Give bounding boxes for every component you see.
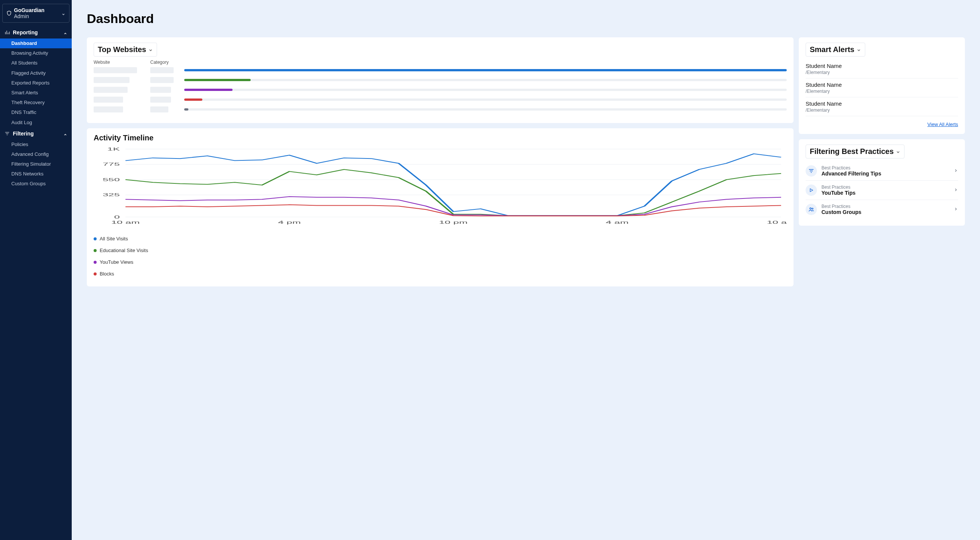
top-websites-dropdown[interactable]: Top Websites [94, 43, 157, 57]
svg-point-15 [810, 208, 811, 209]
best-practice-row[interactable]: Best PracticesYouTube Tips [806, 181, 958, 200]
best-practice-row[interactable]: Best PracticesCustom Groups [806, 200, 958, 219]
nav-section-reporting[interactable]: Reporting [0, 26, 72, 38]
sidebar: GoGuardian Admin Reporting Dashboard Bro… [0, 0, 72, 540]
nav-item-dns-networks[interactable]: DNS Networks [0, 169, 72, 179]
chevron-down-icon [896, 149, 900, 154]
website-skeleton [94, 77, 129, 83]
alert-student-name: Student Name [806, 81, 958, 88]
legend-label: Blocks [100, 271, 114, 276]
legend-item: Blocks [94, 268, 787, 280]
bar-fill [184, 79, 251, 81]
svg-text:10 am: 10 am [767, 220, 787, 224]
bp-eyebrow: Best Practices [821, 184, 856, 190]
bp-eyebrow: Best Practices [821, 204, 861, 209]
nav-items-reporting: Dashboard Browsing Activity All Students… [0, 38, 72, 127]
legend-item: All Site Visits [94, 233, 787, 245]
chevron-down-icon [62, 11, 65, 15]
bar-track [184, 79, 787, 81]
best-practice-row[interactable]: Best PracticesAdvanced Filtering Tips [806, 162, 958, 181]
legend-label: Educational Site Visits [100, 248, 148, 253]
card-title: Activity Timeline [94, 133, 787, 142]
filter-icon [5, 131, 10, 136]
nav-item-flagged-activity[interactable]: Flagged Activity [0, 68, 72, 78]
top-websites-rows [94, 67, 787, 113]
card-title: Filtering Best Practices [810, 147, 894, 156]
nav-item-dns-traffic[interactable]: DNS Traffic [0, 108, 72, 118]
svg-text:4 am: 4 am [606, 220, 629, 224]
nav-item-audit-log[interactable]: Audit Log [0, 118, 72, 127]
card-activity-timeline: Activity Timeline 03255507751K10 am4 pm1… [87, 128, 794, 286]
nav-item-policies[interactable]: Policies [0, 140, 72, 149]
shield-icon [6, 11, 12, 16]
card-best-practices: Filtering Best Practices Best PracticesA… [799, 139, 965, 226]
top-websites-headers: Website Category [94, 60, 787, 65]
smart-alert-row[interactable]: Student Name/Elementary [806, 97, 958, 116]
website-skeleton [94, 97, 123, 103]
website-skeleton [94, 106, 123, 113]
page-title: Dashboard [87, 11, 965, 26]
card-top-websites: Top Websites Website Category [87, 37, 794, 123]
col-header-category: Category [150, 60, 184, 65]
legend-dot-icon [94, 237, 97, 240]
play-icon [806, 184, 817, 196]
svg-text:775: 775 [103, 162, 120, 167]
nav-item-filtering-simulator[interactable]: Filtering Simulator [0, 159, 72, 169]
alert-student-path: /Elementary [806, 108, 958, 113]
nav-item-advanced-config[interactable]: Advanced Config [0, 149, 72, 159]
svg-text:4 pm: 4 pm [278, 220, 301, 224]
legend-label: All Site Visits [100, 236, 128, 241]
nav-item-exported-reports[interactable]: Exported Reports [0, 78, 72, 88]
nav-item-smart-alerts[interactable]: Smart Alerts [0, 88, 72, 98]
top-websites-row [94, 67, 787, 73]
chevron-right-icon [954, 187, 958, 193]
top-websites-row [94, 77, 787, 83]
nav-item-browsing-activity[interactable]: Browsing Activity [0, 48, 72, 58]
bar-track [184, 98, 787, 101]
people-icon [806, 204, 817, 215]
chevron-right-icon [954, 168, 958, 174]
chevron-right-icon [954, 206, 958, 213]
smart-alert-row[interactable]: Student Name/Elementary [806, 60, 958, 78]
filter-icon [806, 165, 817, 176]
alert-student-name: Student Name [806, 100, 958, 107]
bar-fill [184, 98, 202, 101]
best-practices-dropdown[interactable]: Filtering Best Practices [806, 145, 905, 159]
nav-item-custom-groups[interactable]: Custom Groups [0, 179, 72, 189]
svg-point-16 [812, 208, 813, 209]
chevron-up-icon [64, 30, 67, 34]
bar-chart-icon [5, 30, 10, 35]
alert-student-name: Student Name [806, 63, 958, 69]
svg-text:325: 325 [103, 192, 120, 197]
org-switcher[interactable]: GoGuardian Admin [2, 4, 70, 23]
top-websites-row [94, 87, 787, 93]
svg-text:10 am: 10 am [111, 220, 140, 224]
bar-track [184, 69, 787, 71]
smart-alerts-rows: Student Name/ElementaryStudent Name/Elem… [806, 60, 958, 116]
chevron-down-icon [148, 48, 153, 52]
alert-student-path: /Elementary [806, 70, 958, 75]
legend-dot-icon [94, 249, 97, 252]
nav-item-dashboard[interactable]: Dashboard [0, 38, 72, 48]
legend-item: YouTube Views [94, 256, 787, 268]
main-content: Dashboard Top Websites Website Category [72, 0, 980, 540]
chevron-down-icon [857, 48, 861, 52]
top-websites-row [94, 106, 787, 113]
legend-dot-icon [94, 272, 97, 275]
legend-label: YouTube Views [100, 259, 133, 265]
category-skeleton [150, 77, 173, 83]
nav-section-filtering[interactable]: Filtering [0, 127, 72, 140]
bp-title: YouTube Tips [821, 190, 856, 196]
bar-fill [184, 89, 232, 91]
nav-section-label: Filtering [13, 130, 33, 137]
svg-text:0: 0 [114, 215, 120, 219]
col-header-website: Website [94, 60, 150, 65]
smart-alert-row[interactable]: Student Name/Elementary [806, 78, 958, 97]
nav-item-theft-recovery[interactable]: Theft Recovery [0, 98, 72, 108]
bar-track [184, 108, 787, 111]
nav-section-label: Reporting [13, 29, 38, 35]
view-all-alerts-link[interactable]: View All Alerts [806, 122, 958, 127]
smart-alerts-dropdown[interactable]: Smart Alerts [806, 43, 865, 57]
nav-item-all-students[interactable]: All Students [0, 58, 72, 68]
bp-eyebrow: Best Practices [821, 165, 881, 171]
